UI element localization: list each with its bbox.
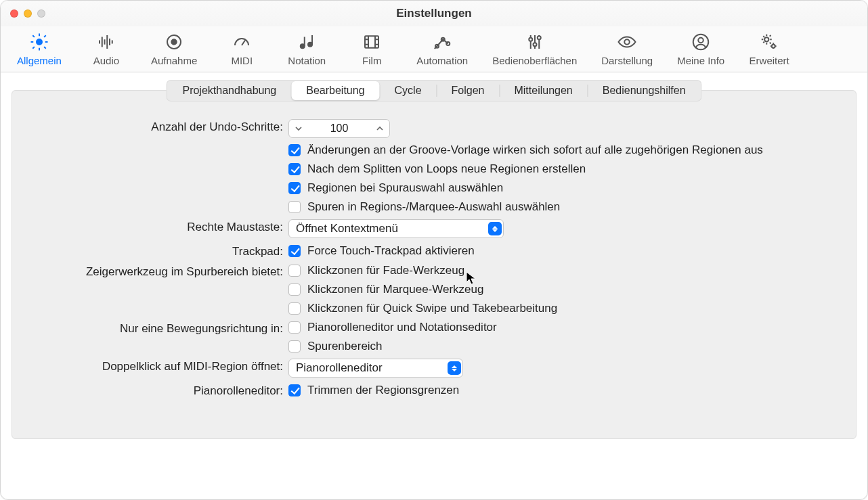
pianoroll-valcol: Trimmen der Regionsgrenzen: [288, 384, 844, 397]
singledir-checkbox[interactable]: [288, 340, 301, 353]
undo-label: Anzahl der Undo-Schritte:: [24, 119, 288, 134]
prefs-toolbar: AllgemeinAudioAufnahmeMIDINotationFilmAu…: [1, 26, 867, 72]
trackpad-label: Trackpad:: [24, 244, 288, 258]
pianoroll-label: Pianorolleneditor:: [24, 383, 288, 398]
toolbar-item-allgemein[interactable]: Allgemein: [17, 30, 62, 66]
toolbar-item-meine info[interactable]: Meine Info: [677, 30, 724, 66]
rmb-label: Rechte Maustaste:: [24, 219, 288, 234]
undo-check-row: Änderungen an der Groove-Vorlage wirken …: [288, 143, 844, 157]
undo-check-text: Nach dem Splitten von Loops neue Regione…: [307, 162, 586, 176]
panel-inner: ProjekthandhabungBearbeitungCycleFolgenM…: [12, 90, 856, 439]
pointer-valcol: Klickzonen für Fade-WerkzeugKlickzonen f…: [288, 264, 844, 315]
undo-checkbox[interactable]: [288, 163, 301, 175]
toolbar-item-label: Aufnahme: [151, 55, 197, 66]
svg-point-34: [772, 45, 775, 48]
stepper-up-icon[interactable]: [370, 120, 389, 137]
svg-point-0: [37, 39, 42, 45]
toolbar-item-automation[interactable]: Automation: [416, 30, 468, 66]
gauge-icon: [227, 30, 256, 53]
singledir-check-text: Pianorolleneditor und Notationseditor: [307, 321, 497, 334]
midi-dbl-valcol: Pianorolleneditor: [288, 359, 844, 378]
undo-stepper[interactable]: 100: [288, 119, 390, 138]
toolbar-item-label: Notation: [288, 55, 326, 66]
pianoroll-check-row: Trimmen der Regionsgrenzen: [288, 384, 844, 397]
stepper-down-icon[interactable]: [289, 120, 308, 137]
titlebar: Einstellungen: [1, 1, 867, 26]
pointer-checkbox[interactable]: [288, 302, 301, 315]
user-icon: [687, 30, 715, 53]
singledir-checkbox[interactable]: [288, 321, 301, 334]
svg-point-29: [537, 36, 540, 39]
toolbar-item-label: Darstellung: [601, 55, 653, 66]
pianoroll-check-text: Trimmen der Regionsgrenzen: [307, 384, 459, 397]
rmb-popup[interactable]: Öffnet Kontextmenü: [288, 219, 504, 238]
pointer-check-row: Klickzonen für Fade-Werkzeug: [288, 264, 844, 277]
toolbar-item-label: Film: [362, 55, 381, 66]
toolbar-item-label: Erweitert: [750, 55, 789, 66]
subtab-mitteilungen[interactable]: Mitteilungen: [499, 81, 587, 100]
undo-check-row: Regionen bei Spurauswahl auswählen: [288, 181, 844, 195]
toolbar-item-label: Audio: [93, 55, 119, 66]
form-grid: Anzahl der Undo-Schritte: 100 Änderungen…: [24, 119, 844, 398]
content-panel: ProjekthandhabungBearbeitungCycleFolgenM…: [1, 72, 867, 453]
trackpad-checkbox[interactable]: [288, 245, 301, 257]
sliders-icon: [521, 30, 549, 53]
pointer-checkbox[interactable]: [288, 265, 301, 277]
subtab-bedienungshilfen[interactable]: Bedienungshilfen: [588, 81, 701, 100]
midi-dbl-popup[interactable]: Pianorolleneditor: [288, 359, 463, 378]
toolbar-item-label: Automation: [416, 55, 468, 66]
midi-dbl-popup-value: Pianorolleneditor: [296, 361, 383, 375]
singledir-label: Nur eine Bewegungsrichtung in:: [24, 321, 288, 336]
popup-caret-icon: [488, 222, 502, 235]
toolbar-item-film[interactable]: Film: [351, 30, 392, 66]
undo-checkbox[interactable]: [288, 201, 301, 213]
singledir-check-text: Spurenbereich: [307, 340, 383, 353]
gears-icon: [755, 30, 783, 53]
subtab-bearbeitung[interactable]: Bearbeitung: [291, 81, 379, 100]
gear-icon: [25, 30, 53, 53]
pointer-check-text: Klickzonen für Fade-Werkzeug: [307, 264, 464, 277]
trackpad-check-row: Force Touch-Trackpad aktivieren: [288, 244, 844, 258]
toolbar-item-darstellung[interactable]: Darstellung: [601, 30, 653, 66]
toolbar-item-midi[interactable]: MIDI: [221, 30, 262, 66]
svg-rect-14: [365, 36, 378, 48]
toolbar-item-bedienoberflächen[interactable]: Bedienoberflächen: [492, 30, 577, 66]
undo-value[interactable]: 100: [308, 122, 370, 135]
singledir-valcol: Pianorolleneditor und NotationseditorSpu…: [288, 321, 844, 353]
subtab-cycle[interactable]: Cycle: [380, 81, 437, 100]
toolbar-item-erweitert[interactable]: Erweitert: [749, 30, 789, 66]
toolbar-item-aufnahme[interactable]: Aufnahme: [151, 30, 197, 66]
trackpad-valcol: Force Touch-Trackpad aktivieren: [288, 244, 844, 258]
svg-point-30: [624, 39, 630, 45]
subtab-folgen[interactable]: Folgen: [437, 81, 500, 100]
trackpad-check-text: Force Touch-Trackpad aktivieren: [307, 244, 475, 258]
svg-point-27: [529, 38, 532, 41]
traffic-lights: [1, 9, 45, 18]
pointer-check-row: Klickzonen für Marquee-Werkzeug: [288, 283, 844, 296]
undo-check-text: Spuren in Regions-/Marquee-Auswahl auswä…: [307, 200, 560, 214]
subtab-segmented: ProjekthandhabungBearbeitungCycleFolgenM…: [166, 80, 701, 101]
svg-point-8: [171, 39, 177, 45]
rmb-popup-value: Öffnet Kontextmenü: [296, 222, 398, 235]
automation-icon: [428, 30, 456, 53]
undo-check-row: Spuren in Regions-/Marquee-Auswahl auswä…: [288, 200, 844, 214]
toolbar-item-label: Meine Info: [677, 55, 724, 66]
singledir-check-row: Spurenbereich: [288, 340, 844, 353]
minimize-button[interactable]: [24, 9, 32, 18]
close-button[interactable]: [10, 9, 18, 18]
pointer-checkbox[interactable]: [288, 283, 301, 296]
subtab-projekthandhabung[interactable]: Projekthandhabung: [167, 81, 291, 100]
svg-point-28: [533, 43, 536, 46]
pianoroll-checkbox[interactable]: [288, 384, 301, 396]
toolbar-item-audio[interactable]: Audio: [86, 30, 127, 66]
undo-checkbox[interactable]: [288, 182, 301, 194]
rmb-valcol: Öffnet Kontextmenü: [288, 219, 844, 238]
toolbar-item-label: Allgemein: [17, 55, 62, 66]
toolbar-item-notation[interactable]: Notation: [286, 30, 327, 66]
prefs-window: Einstellungen AllgemeinAudioAufnahmeMIDI…: [0, 0, 868, 500]
svg-point-33: [764, 37, 768, 41]
undo-checkbox[interactable]: [288, 144, 301, 156]
pointer-check-row: Klickzonen für Quick Swipe und Takebearb…: [288, 302, 844, 315]
svg-line-9: [242, 41, 245, 46]
undo-check-text: Regionen bei Spurauswahl auswählen: [307, 181, 503, 195]
